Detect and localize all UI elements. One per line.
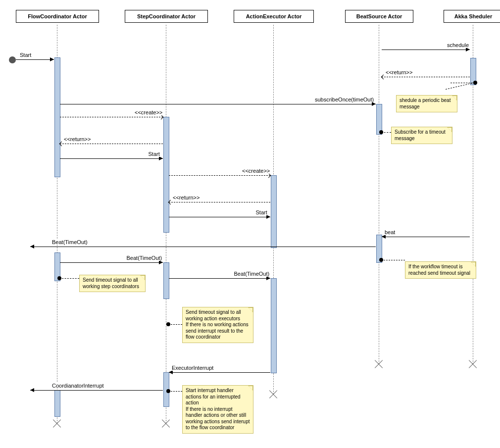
message-13-label: Beat(TimeOut) [233,271,271,277]
message-6-label: Start [148,151,161,157]
activation-step-7 [163,262,169,299]
lifeline-head-step: StepCoordinator Actor [125,10,208,23]
message-3-arrowhead [372,102,376,106]
message-4-arrowhead [159,115,164,120]
message-1 [382,50,470,50]
message-7-label: <<create>> [241,168,271,174]
message-14 [169,372,270,373]
activation-flow-10 [54,390,60,417]
message-0-label: Start [19,52,32,58]
message-6-arrowhead [159,156,163,160]
message-15 [30,390,163,391]
message-12-arrowhead [159,260,163,264]
note-5-connector [168,391,182,392]
message-11 [30,247,376,247]
message-12-label: Beat(TimeOut) [126,255,163,261]
activation-step-3 [163,117,169,233]
message-9-arrowhead [266,215,270,219]
message-1-label: schedule [446,42,470,48]
lifeline-head-beat: BeatSource Actor [345,10,413,23]
message-8 [169,202,270,202]
activation-flow-0 [54,57,60,177]
message-0 [16,59,54,60]
destroy-beat [374,360,383,369]
message-15-arrowhead [30,388,34,392]
message-14-label: ExecutorInterrupt [171,365,214,371]
message-2-arrowhead [381,75,386,80]
lifeline-head-akka: Akka Sheduler [444,10,500,23]
message-9 [169,217,270,217]
note-0: shedule a periodic beat message [396,95,457,112]
activation-action-4 [271,175,277,248]
message-13 [169,278,270,279]
message-10 [382,237,470,237]
note-3: Send timeout signal to all working step … [79,275,146,292]
message-6 [60,158,163,159]
message-11-arrowhead [30,245,34,249]
message-11-label: Beat(TimeOut) [51,239,89,245]
note-1: Subscribe for a timeout message [391,127,452,144]
note-2-connector [381,260,405,260]
message-15-label: CoordianatorInterrupt [51,383,105,389]
destroy-action [269,390,278,399]
note-4-connector [168,324,182,325]
message-10-label: beat [384,229,396,235]
message-9-label: Start [255,209,268,215]
message-7 [169,175,270,176]
message-14-arrowhead [169,370,173,374]
message-0-arrowhead [50,57,54,61]
lifeline-beat [379,25,379,364]
message-8-label: <<return>> [172,195,200,200]
message-5 [60,144,163,144]
note-5: Start interrupt handler actions for an i… [182,385,253,434]
destroy-flow [52,419,61,428]
start-node [9,56,16,63]
message-3-label: subscribeOnce(timeOut) [314,97,375,102]
note-2: If the workflow timeout is reached send … [405,261,476,279]
message-2-label: <<return>> [385,69,413,75]
note-4: Send timeout signal to all working actio… [182,307,253,343]
message-5-label: <<return>> [63,136,92,142]
sequence-diagram: FlowCoordinator ActorStepCoordinator Act… [0,0,500,448]
message-10-arrowhead [382,235,386,239]
message-13-arrowhead [266,276,270,280]
lifeline-head-flow: FlowCoordinator Actor [16,10,99,23]
message-7-arrowhead [266,173,271,178]
lifeline-head-action: ActionExecutor Actor [234,10,314,23]
message-4-label: <<create>> [134,109,163,115]
activation-action-8 [271,278,277,373]
note-3-connector [59,278,79,279]
message-2 [382,77,470,77]
note-1-connector [381,132,391,133]
message-12 [60,262,163,263]
message-4 [60,117,163,117]
message-3 [60,104,376,104]
destroy-step [161,419,170,428]
message-1-arrowhead [466,48,470,51]
destroy-akka [468,360,477,369]
